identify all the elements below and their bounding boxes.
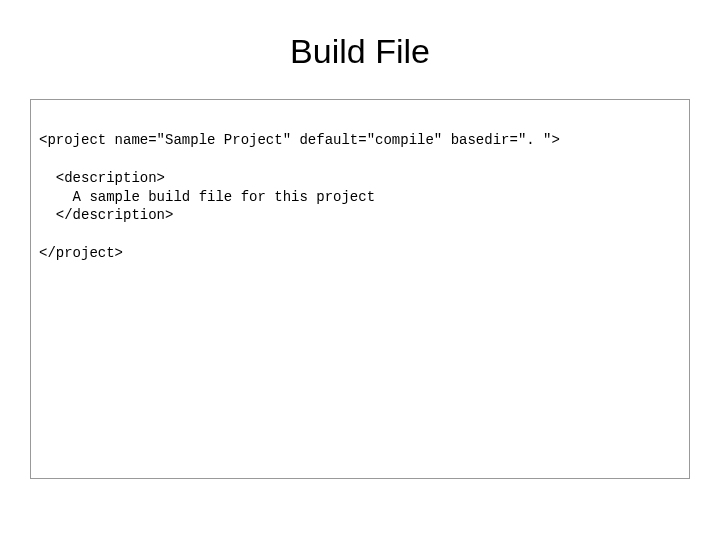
- code-line: <description>: [39, 170, 165, 186]
- page-title: Build File: [30, 32, 690, 71]
- code-line: <project name="Sample Project" default="…: [39, 132, 560, 148]
- code-line: A sample build file for this project: [39, 189, 375, 205]
- code-line: </project>: [39, 245, 123, 261]
- code-line: </description>: [39, 207, 173, 223]
- code-block: <project name="Sample Project" default="…: [30, 99, 690, 479]
